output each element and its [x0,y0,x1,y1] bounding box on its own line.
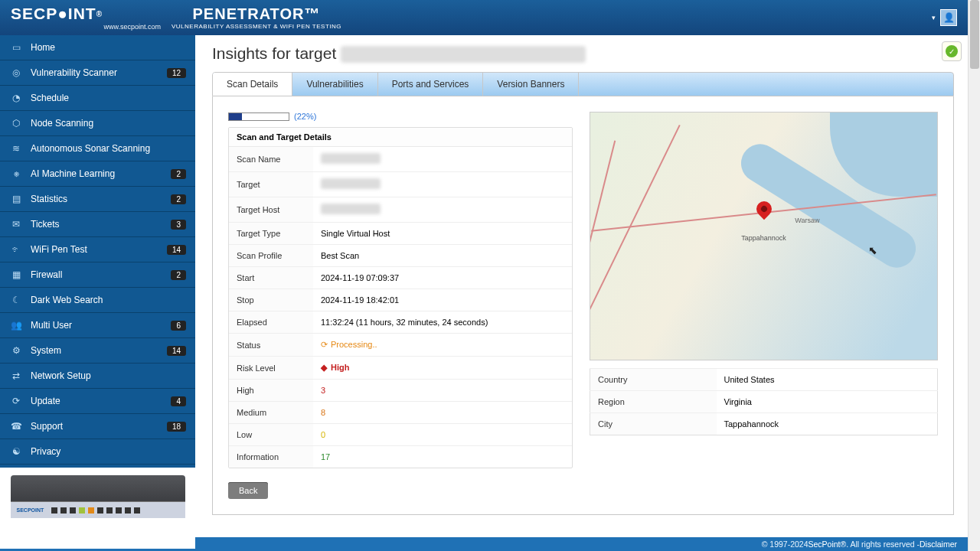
status-value: Processing.. [321,340,377,349]
details-table: Scan Name Target Target Host Target Type… [229,147,572,468]
product-title: PENETRATOR™ VULNERABILITY ASSESSMENT & W… [172,5,341,30]
check-icon: ✓ [946,45,958,57]
sidebar: ▭Home◎Vulnerability Scanner12◔Schedule⬡N… [0,35,195,537]
nav-icon: ✉ [9,218,23,230]
redacted-target [341,46,586,63]
main-content: ✓ Insights for target Scan DetailsVulner… [195,35,968,537]
nav-label: Multi User [31,320,171,331]
nav-icon: ≋ [9,142,23,155]
tab-version-banners[interactable]: Version Banners [483,73,579,96]
sidebar-item-firewall[interactable]: ▦Firewall2 [0,262,195,288]
tab-ports-and-services[interactable]: Ports and Services [378,73,484,96]
sidebar-item-node-scanning[interactable]: ⬡Node Scanning [0,111,195,136]
nav-icon: ▭ [9,41,23,54]
nav-icon: ⇄ [9,370,23,382]
nav-icon: ⎈ [9,168,23,180]
disclaimer-link[interactable]: Disclaimer [920,540,957,549]
nav-label: WiFi Pen Test [31,244,167,255]
nav-badge: 12 [167,68,186,78]
nav-icon: ☾ [9,294,23,306]
sidebar-item-dark-web-search[interactable]: ☾Dark Web Search [0,288,195,313]
product-subtitle: VULNERABILITY ASSESSMENT & WIFI PEN TEST… [172,23,341,30]
nav-list: ▭Home◎Vulnerability Scanner12◔Schedule⬡N… [0,35,195,465]
country-value: United States [717,369,938,391]
nav-label: Autonomous Sonar Scanning [31,143,186,154]
start-value: 2024-11-19 07:09:37 [313,267,572,289]
nav-label: Schedule [31,93,186,103]
sidebar-item-statistics[interactable]: ▤Statistics2 [0,187,195,212]
nav-label: Vulnerability Scanner [31,67,167,78]
cursor-icon: ⬉ [868,244,877,256]
nav-badge: 3 [171,220,186,230]
progress-bar [228,112,289,121]
nav-icon: ᯤ [9,243,23,256]
sidebar-item-wifi-pen-test[interactable]: ᯤWiFi Pen Test14 [0,237,195,262]
nav-icon: ⚙ [9,344,23,357]
user-menu-caret-icon[interactable]: ▾ [932,14,936,21]
redacted-value [321,204,381,214]
sidebar-item-home[interactable]: ▭Home [0,35,195,60]
sidebar-item-ai-machine-learning[interactable]: ⎈AI Machine Learning2 [0,161,195,187]
nav-icon: ▦ [9,269,23,281]
nav-badge: 14 [167,245,186,255]
nav-label: Privacy [31,446,186,457]
sidebar-item-system[interactable]: ⚙System14 [0,338,195,364]
user-avatar[interactable]: 👤 [940,9,957,26]
nav-label: Dark Web Search [31,295,186,305]
sidebar-item-update[interactable]: ⟳Update4 [0,389,195,414]
sidebar-item-schedule[interactable]: ◔Schedule [0,86,195,111]
sidebar-item-multi-user[interactable]: 👥Multi User6 [0,313,195,338]
redacted-value [321,153,381,164]
product-name: PENETRATOR™ [193,5,321,23]
details-panel: Scan and Target Details Scan Name Target… [228,127,573,468]
logo-reg: ® [96,10,103,18]
elapsed-value: 11:32:24 (11 hours, 32 minutes, 24 secon… [313,311,572,334]
info-count: 17 [313,446,572,468]
progress: (22%) [228,112,573,121]
nav-label: Statistics [31,194,171,204]
scan-profile-value: Best Scan [313,245,572,267]
nav-icon: ⟳ [9,395,23,407]
medium-count: 8 [313,402,572,424]
nav-icon: 👥 [9,319,23,331]
nav-label: System [31,345,167,356]
sidebar-item-network-setup[interactable]: ⇄Network Setup [0,364,195,389]
high-count: 3 [313,380,572,402]
footer-brand-link[interactable]: SecPoint® [808,540,847,549]
tab-vulnerabilities[interactable]: Vulnerabilities [292,73,377,96]
geo-map[interactable]: Tappahannock Warsaw ⬉ [590,112,938,360]
nav-label: Tickets [31,219,171,230]
back-button[interactable]: Back [228,482,268,499]
map-pin-icon [756,201,772,217]
page-title: Insights for target [212,44,954,63]
nav-badge: 18 [167,422,186,432]
nav-badge: 4 [171,396,186,406]
user-icon: 👤 [943,12,955,23]
nav-badge: 2 [171,194,186,204]
top-bar: SECP●INT® www.secpoint.com PENETRATOR™ V… [0,0,968,35]
map-pin-label: Tappahannock [741,234,786,242]
tabs: Scan DetailsVulnerabilitiesPorts and Ser… [212,72,954,96]
nav-label: Home [31,42,186,53]
nav-icon: ◔ [9,92,23,104]
nav-label: Node Scanning [31,118,186,129]
device-image: SECPOINT [0,468,195,549]
geo-table: CountryUnited States RegionVirginia City… [590,368,938,435]
status-ok-badge: ✓ [942,41,962,61]
nav-badge: 2 [171,270,186,280]
stop-value: 2024-11-19 18:42:01 [313,289,572,311]
nav-badge: 2 [171,169,186,179]
nav-label: Update [31,396,171,406]
nav-label: AI Machine Learning [31,168,171,179]
sidebar-item-vulnerability-scanner[interactable]: ◎Vulnerability Scanner12 [0,60,195,86]
sidebar-item-autonomous-sonar-scanning[interactable]: ≋Autonomous Sonar Scanning [0,136,195,161]
sidebar-item-support[interactable]: ☎Support18 [0,414,195,439]
sidebar-item-tickets[interactable]: ✉Tickets3 [0,212,195,237]
city-value: Tappahannock [717,413,938,435]
sidebar-item-privacy[interactable]: ☯Privacy [0,439,195,465]
low-count: 0 [313,424,572,446]
nav-icon: ☯ [9,445,23,458]
nav-label: Firewall [31,269,171,280]
nav-badge: 14 [167,346,186,356]
tab-scan-details[interactable]: Scan Details [213,73,292,96]
